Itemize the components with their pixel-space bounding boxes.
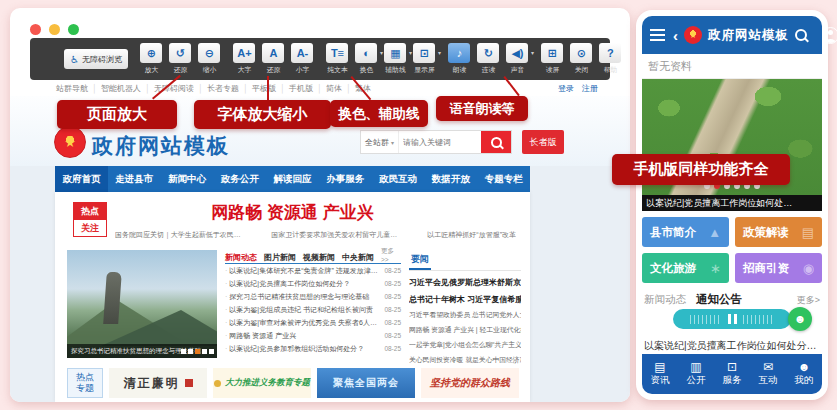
brief-headline[interactable]: 习近平会见俄罗斯总理米舒斯京	[409, 277, 521, 288]
back-button[interactable]: ‹	[673, 27, 678, 44]
brief-headline[interactable]: 总书记十年树木 习近平复信希腊学者	[409, 294, 521, 305]
news-row[interactable]: ·以案为鉴|党组成员违纪 书记和纪检组长被问责08-25	[225, 303, 401, 316]
utility-link-robot[interactable]: 智能机器人	[88, 83, 141, 94]
mobile-more-link[interactable]: 更多>	[797, 294, 820, 307]
close-window-icon[interactable]	[30, 24, 41, 35]
nav-item-profile[interactable]: ☻我的	[786, 354, 822, 394]
tab-central-news[interactable]: 中央新闻	[342, 252, 374, 263]
slider-dot[interactable]	[209, 349, 214, 354]
nav-item-news[interactable]: ▤资讯	[642, 354, 678, 394]
news-row[interactable]: ·以案为鉴|审查对象被评为优秀党员 失察者6人被问责08-25	[225, 316, 401, 329]
nav-item-services[interactable]: 办事服务	[319, 166, 372, 192]
news-row[interactable]: ·以案说纪|党员参加邪教组织活动如何处分？08-25	[225, 342, 401, 355]
audio-player[interactable]	[673, 309, 791, 329]
utility-link-tablet[interactable]: 平板版	[239, 83, 276, 94]
nav-item-news[interactable]: 新闻中心	[161, 166, 214, 192]
brief-item[interactable]: 网路畅 资源通 产业兴 | 轻工业现代化振兴规划	[409, 325, 521, 335]
tab-news-dynamics[interactable]: 新闻动态	[225, 252, 257, 263]
slider-dot[interactable]	[202, 349, 207, 354]
pause-icon[interactable]	[728, 314, 737, 324]
topic-banner-two-sessions[interactable]: 聚焦全国两会	[317, 368, 415, 398]
search-button[interactable]	[481, 131, 511, 153]
utility-link-elder[interactable]: 长者专题	[194, 83, 239, 94]
close-toolbar-button[interactable]: ⊙ 关闭	[568, 43, 595, 76]
font-smaller-label: 小字	[291, 65, 314, 74]
brief-item[interactable]: 关心民间投资冷暖 就是关心中国经济冷暖	[409, 355, 521, 365]
utility-link-mobile[interactable]: 手机版	[276, 83, 313, 94]
power-icon: ⊙	[570, 43, 592, 63]
mobile-news-tabs: 新闻动态 通知公告 更多>	[642, 292, 822, 307]
nav-item-services[interactable]: ⊡服务	[714, 354, 750, 394]
nav-item-open-data[interactable]: 数据开放	[424, 166, 477, 192]
menu-button[interactable]	[650, 27, 665, 43]
hot-headline-link[interactable]: 网路畅 资源通 产业兴	[115, 201, 470, 224]
color-scheme-button[interactable]: ◐ ▾ 换色	[353, 43, 380, 76]
font-reset-button[interactable]: A 还原	[260, 43, 287, 76]
mobile-slider-caption[interactable]: 以案说纪|党员擅离工作岗位如何处…	[642, 195, 822, 211]
tile-investment[interactable]: 招商引资◉	[735, 253, 822, 283]
news-row[interactable]: ·以案说纪|党员擅离工作岗位如何处分？08-25	[225, 277, 401, 290]
nav-item-gov-affairs[interactable]: 政务公开	[213, 166, 266, 192]
tab-important-news[interactable]: 要闻	[409, 253, 431, 270]
hot-link[interactable]: 国务院回应关切｜大学生起薪低于农民工…	[115, 230, 247, 240]
tab-news-dynamics[interactable]: 新闻动态	[644, 293, 686, 307]
font-larger-button[interactable]: A+ 大字	[231, 43, 258, 76]
search-input[interactable]	[399, 131, 481, 153]
maximize-window-icon[interactable]	[68, 24, 79, 35]
slider-dot[interactable]	[181, 349, 186, 354]
news-row[interactable]: ·探究习总书记精准扶贫思想的理念与理论基础08-25	[225, 290, 401, 303]
font-smaller-button[interactable]: A- 小字	[289, 43, 316, 76]
mobile-news-line[interactable]: 以案说纪|党员擅离工作岗位如何处分…	[642, 339, 822, 353]
tab-video-news[interactable]: 视频新闻	[303, 252, 335, 263]
accessibility-browse-button[interactable]: ♿ 无障碍浏览	[64, 49, 128, 69]
minimize-window-icon[interactable]	[49, 24, 60, 35]
topic-banner-education[interactable]: 大力推进义务教育专题	[213, 368, 311, 398]
read-aloud-button[interactable]: ♪ 朗读	[446, 43, 473, 76]
continuous-read-button[interactable]: ↻ 连读	[475, 43, 502, 76]
nav-item-disclosure[interactable]: ▥公开	[678, 354, 714, 394]
tile-policy-interpretation[interactable]: 政策解读▤	[735, 217, 822, 247]
tile-county-intro[interactable]: 县市简介▲	[642, 217, 729, 247]
font-larger-icon: A+	[233, 43, 255, 63]
tab-photo-news[interactable]: 图片新闻	[264, 252, 296, 263]
login-link[interactable]: 登录	[558, 83, 574, 94]
display-mode-button[interactable]: ⊡ ▾ 显示屏	[411, 43, 438, 76]
news-row[interactable]: ·网路畅 资源通 产业兴08-25	[225, 329, 401, 342]
nav-item-interaction[interactable]: 政民互动	[372, 166, 425, 192]
volume-button[interactable]: ◀) ▾ 声音	[504, 43, 531, 76]
user-avatar-button[interactable]	[822, 27, 837, 44]
brief-item[interactable]: 习近平看望政协委员 总书记同党外人士在一起	[409, 310, 521, 320]
slider-dot-active[interactable]	[195, 349, 200, 354]
zoom-out-button[interactable]: ⊖ 缩小	[196, 43, 223, 76]
tile-culture-tourism[interactable]: 文化旅游∗	[642, 253, 729, 283]
hot-link[interactable]: 国家卫计委要求加强关爱农村留守儿童健康工作	[271, 230, 403, 240]
help-button[interactable]: ? 帮助	[597, 43, 624, 76]
utility-link-simplified[interactable]: 简体	[313, 83, 342, 94]
utility-link-site-nav[interactable]: 站群导航	[56, 83, 88, 94]
elder-version-button[interactable]: 长者版	[522, 130, 564, 154]
nav-item-county[interactable]: 走进县市	[108, 166, 161, 192]
hamburger-icon	[650, 34, 665, 36]
news-row[interactable]: ·以案说纪|集体研究不是“免责金牌” 违规发放津贴被…08-25	[225, 264, 401, 277]
tab-notices[interactable]: 通知公告	[696, 292, 742, 307]
mobile-search-button[interactable]	[795, 29, 807, 41]
register-link[interactable]: 注册	[582, 83, 598, 94]
topic-banner-mass-line[interactable]: 坚持党的群众路线	[421, 368, 519, 398]
nav-item-interaction[interactable]: ✉互动	[750, 354, 786, 394]
voice-assistant-button[interactable]: ☻	[788, 307, 812, 331]
nav-item-home[interactable]: 政府首页	[55, 166, 108, 192]
nav-item-special[interactable]: 专题专栏	[477, 166, 530, 192]
news-more-link[interactable]: 更多>>	[381, 247, 401, 263]
page-reset-button[interactable]: ↺ 还原	[167, 43, 194, 76]
plain-text-button[interactable]: T≡ 纯文本	[324, 43, 351, 76]
slider-dot[interactable]	[188, 349, 193, 354]
photo-slider[interactable]: 探究习总书记精准扶贫思想的理念与理论基础	[67, 250, 217, 358]
screen-reader-button[interactable]: ⊞ 读屏	[539, 43, 566, 76]
topic-banner-integrity[interactable]: 清正廉明	[109, 368, 207, 398]
brief-item[interactable]: 一起学党章|党小组会怎么聊“共产主义渺茫论”	[409, 340, 521, 350]
guide-line-button[interactable]: ▦ ▾ 辅助线	[382, 43, 409, 76]
zoom-in-button[interactable]: ⊕ 放大	[138, 43, 165, 76]
nav-item-interpretation[interactable]: 解读回应	[266, 166, 319, 192]
hot-link[interactable]: 以工匠精神抓好“放管服”改革	[427, 230, 516, 240]
search-scope-select[interactable]: 全站群 ▾	[361, 131, 399, 153]
